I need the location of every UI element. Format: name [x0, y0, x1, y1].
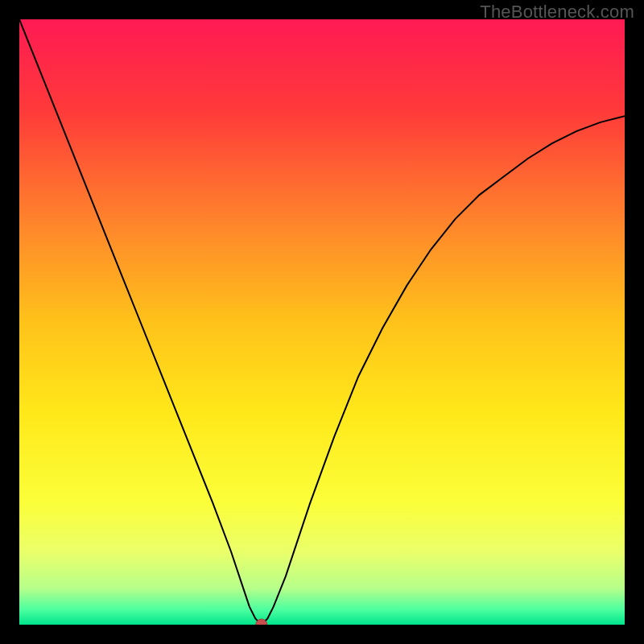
watermark-text: TheBottleneck.com [480, 2, 634, 23]
plot-area [19, 19, 625, 625]
gradient-background [19, 19, 625, 625]
chart-frame: TheBottleneck.com [0, 0, 644, 644]
chart-svg [19, 19, 625, 625]
